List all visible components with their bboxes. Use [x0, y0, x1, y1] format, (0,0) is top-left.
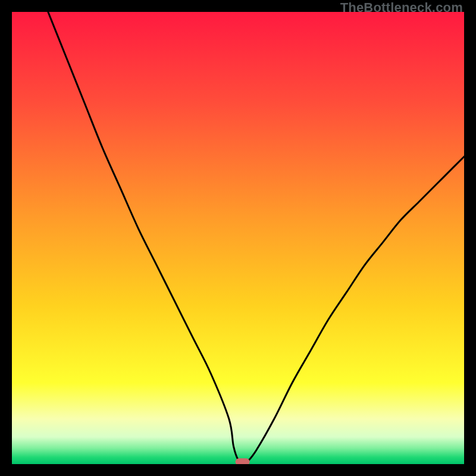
minimum-marker — [236, 458, 250, 464]
chart-frame — [12, 12, 464, 464]
gradient-background — [12, 12, 464, 464]
bottleneck-chart — [12, 12, 464, 464]
watermark-text: TheBottleneck.com — [340, 0, 463, 15]
